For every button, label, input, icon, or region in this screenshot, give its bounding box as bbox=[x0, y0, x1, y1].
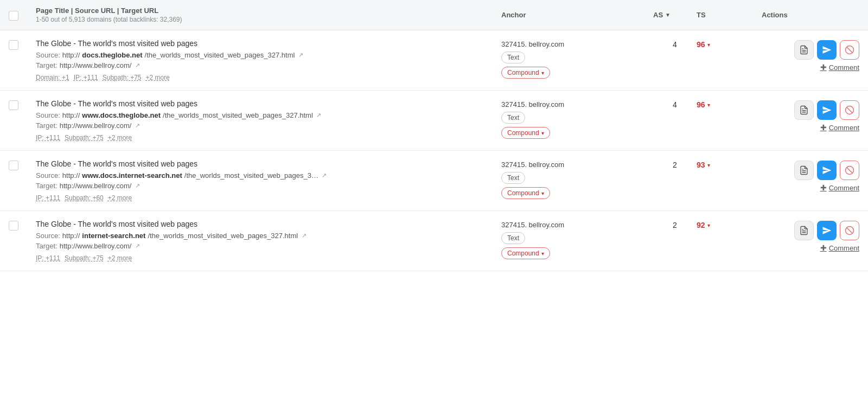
as-value-col: 4 bbox=[653, 39, 697, 49]
block-button[interactable] bbox=[840, 100, 859, 120]
tag-item[interactable]: +2 more bbox=[108, 254, 132, 262]
ts-col[interactable]: 92 ▾ bbox=[697, 220, 762, 229]
badge-compound[interactable]: Compound ▾ bbox=[501, 127, 550, 139]
row-checkbox-col[interactable] bbox=[9, 220, 36, 231]
ts-col[interactable]: 96 ▾ bbox=[697, 99, 762, 109]
row-checkbox-col[interactable] bbox=[9, 39, 36, 50]
ts-chevron-icon[interactable]: ▾ bbox=[707, 222, 710, 228]
source-external-link-icon[interactable]: ↗ bbox=[297, 52, 304, 59]
target-url[interactable]: http://www.bellroy.com/ bbox=[60, 121, 132, 130]
comment-button[interactable]: ✚ Comment bbox=[820, 183, 859, 192]
source-external-link-icon[interactable]: ↗ bbox=[315, 112, 323, 119]
tag-item[interactable]: IP: +111 bbox=[36, 254, 60, 262]
source-domain[interactable]: internet-search.net bbox=[82, 232, 145, 240]
target-url-line: Target: http://www.bellroy.com/ ↗ bbox=[36, 121, 501, 130]
source-path: /the_worlds_most_visited_web_pages_327.h… bbox=[163, 111, 313, 119]
source-external-link-icon[interactable]: ↗ bbox=[321, 172, 328, 180]
as-sort-icon[interactable]: ▼ bbox=[665, 12, 671, 18]
source-domain[interactable]: docs.theglobe.net bbox=[82, 51, 142, 59]
report-button[interactable] bbox=[794, 161, 814, 180]
tag-item[interactable]: Subpath: +75 bbox=[65, 254, 104, 262]
tag-item[interactable]: Domain: +1 bbox=[36, 74, 69, 81]
badge-text: Text bbox=[501, 52, 525, 63]
comment-button[interactable]: ✚ Comment bbox=[820, 244, 859, 252]
ts-col[interactable]: 93 ▾ bbox=[697, 159, 762, 169]
tag-item[interactable]: Subpath: +75 bbox=[103, 74, 142, 81]
ts-chevron-icon[interactable]: ▾ bbox=[707, 42, 710, 48]
page-title: The Globe - The world's most visited web… bbox=[36, 39, 501, 48]
row-checkbox[interactable] bbox=[9, 161, 18, 170]
source-path: /the_worlds_most_visited_web_pages_3… bbox=[184, 171, 318, 180]
anchor-col: 327415. bellroy.com Text Compound ▾ bbox=[501, 39, 653, 79]
target-external-link-icon[interactable]: ↗ bbox=[133, 182, 141, 190]
header-as-col[interactable]: AS ▼ bbox=[653, 11, 697, 19]
ts-chevron-icon[interactable]: ▾ bbox=[707, 162, 710, 168]
header-actions-col: Actions bbox=[762, 11, 859, 19]
anchor-domain: 327415. bellroy.com bbox=[501, 221, 653, 229]
block-button[interactable] bbox=[840, 40, 859, 60]
header-ts-label: TS bbox=[697, 11, 706, 19]
tag-item[interactable]: +2 more bbox=[108, 194, 132, 202]
select-all-checkbox-col[interactable] bbox=[9, 10, 36, 21]
comment-label: Comment bbox=[829, 124, 859, 132]
send-button[interactable] bbox=[817, 100, 837, 120]
report-button[interactable] bbox=[794, 221, 814, 240]
badge-compound[interactable]: Compound ▾ bbox=[501, 247, 550, 259]
row-checkbox-col[interactable] bbox=[9, 159, 36, 170]
badge-compound[interactable]: Compound ▾ bbox=[501, 187, 550, 199]
tag-item[interactable]: IP: +111 bbox=[36, 194, 60, 202]
row-checkbox[interactable] bbox=[9, 100, 18, 110]
tags-line: IP: +111Subpath: +60+2 more bbox=[36, 194, 501, 202]
target-url[interactable]: http://www.bellroy.com/ bbox=[60, 182, 132, 190]
source-domain[interactable]: www.docs.internet-search.net bbox=[82, 171, 182, 180]
target-external-link-icon[interactable]: ↗ bbox=[133, 242, 141, 250]
comment-icon: ✚ bbox=[820, 183, 827, 192]
tag-item[interactable]: +2 more bbox=[108, 134, 132, 142]
target-external-link-icon[interactable]: ↗ bbox=[133, 62, 141, 69]
badge-text: Text bbox=[501, 232, 525, 244]
send-button[interactable] bbox=[817, 161, 837, 180]
select-all-checkbox[interactable] bbox=[9, 11, 18, 21]
block-button[interactable] bbox=[840, 221, 859, 240]
ts-value: 93 bbox=[697, 161, 705, 169]
compound-label: Compound bbox=[507, 250, 539, 257]
send-button[interactable] bbox=[817, 40, 837, 60]
source-domain[interactable]: www.docs.theglobe.net bbox=[82, 111, 161, 119]
row-checkbox[interactable] bbox=[9, 221, 18, 231]
anchor-col: 327415. bellroy.com Text Compound ▾ bbox=[501, 159, 653, 199]
tag-item[interactable]: Subpath: +75 bbox=[65, 134, 104, 142]
target-label: Target: bbox=[36, 182, 58, 190]
target-url[interactable]: http://www.bellroy.com/ bbox=[60, 242, 132, 250]
actions-col: ✚ Comment bbox=[762, 99, 859, 132]
tag-item[interactable]: IP: +111 bbox=[74, 74, 98, 81]
actions-col: ✚ Comment bbox=[762, 39, 859, 72]
badge-compound[interactable]: Compound ▾ bbox=[501, 67, 550, 79]
report-button[interactable] bbox=[794, 100, 814, 120]
tag-item[interactable]: +2 more bbox=[145, 74, 169, 81]
tag-item[interactable]: IP: +111 bbox=[36, 134, 60, 142]
row-checkbox-col[interactable] bbox=[9, 99, 36, 110]
ts-chevron-icon[interactable]: ▾ bbox=[707, 102, 710, 108]
table-header: Page Title | Source URL | Target URL 1-5… bbox=[0, 0, 868, 30]
header-col1-subtitle: 1-50 out of 5,913 domains (total backlin… bbox=[36, 16, 501, 23]
header-anchor-col: Anchor bbox=[501, 11, 653, 19]
compound-chevron-icon: ▾ bbox=[541, 130, 544, 136]
comment-button[interactable]: ✚ Comment bbox=[820, 63, 859, 72]
action-buttons bbox=[794, 221, 859, 240]
source-url-line: Source: http://www.docs.theglobe.net/the… bbox=[36, 111, 501, 119]
source-external-link-icon[interactable]: ↗ bbox=[300, 232, 308, 240]
send-button[interactable] bbox=[817, 221, 837, 240]
block-button[interactable] bbox=[840, 161, 859, 180]
row-checkbox[interactable] bbox=[9, 40, 18, 50]
tag-item[interactable]: Subpath: +60 bbox=[65, 194, 104, 202]
target-label: Target: bbox=[36, 242, 58, 250]
badge-text: Text bbox=[501, 112, 525, 124]
target-url[interactable]: http://www.bellroy.com/ bbox=[60, 61, 132, 69]
comment-button[interactable]: ✚ Comment bbox=[820, 123, 859, 132]
as-value: 2 bbox=[673, 221, 677, 229]
compound-chevron-icon: ▾ bbox=[541, 70, 544, 76]
ts-col[interactable]: 96 ▾ bbox=[697, 39, 762, 49]
as-value: 2 bbox=[673, 161, 677, 169]
report-button[interactable] bbox=[794, 40, 814, 60]
target-external-link-icon[interactable]: ↗ bbox=[133, 122, 141, 130]
